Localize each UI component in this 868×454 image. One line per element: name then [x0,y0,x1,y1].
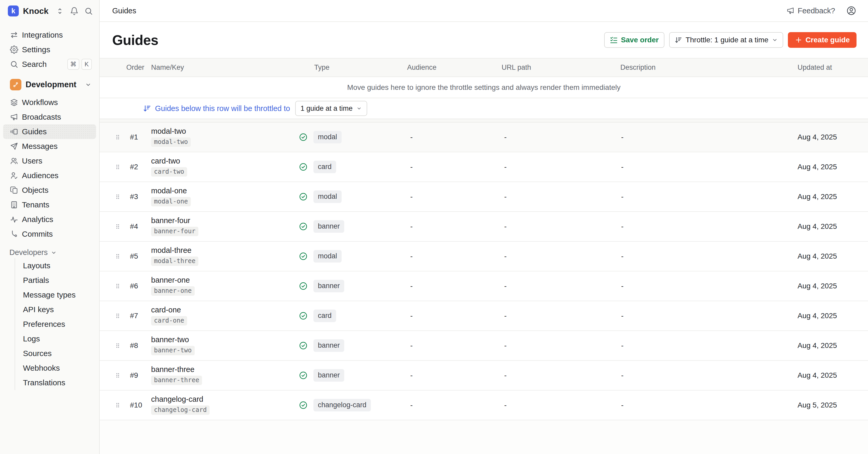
guide-row[interactable]: #10 changelog-card changelog-card change… [100,391,868,420]
sidebar-item-sources[interactable]: Sources [16,346,99,361]
sidebar-item-label: Search [22,60,47,69]
sidebar-item-guides[interactable]: Guides [3,124,96,139]
guide-name[interactable]: modal-one [151,187,296,195]
search-icon[interactable] [84,7,93,16]
sidebar-item-message-types[interactable]: Message types [16,288,99,302]
user-check-icon [10,171,18,180]
sort-descending-icon [674,36,682,44]
paper-plane-icon [10,142,18,150]
sidebar-item-audiences[interactable]: Audiences [3,168,96,183]
drag-handle-icon[interactable] [112,372,125,379]
guide-name[interactable]: changelog-card [151,396,296,403]
guide-name[interactable]: banner-one [151,276,296,284]
guide-row[interactable]: #1 modal-two modal-two modal - - - Aug 4… [100,122,868,152]
guide-row[interactable]: #9 banner-three banner-three banner - - … [100,361,868,391]
developers-section-toggle[interactable]: Developers [9,248,96,257]
environment-switcher[interactable]: Development [3,76,96,93]
guide-updated-at: Aug 4, 2025 [791,252,868,260]
sidebar-item-commits[interactable]: Commits [3,227,96,242]
guide-updated-at: Aug 4, 2025 [791,133,868,141]
sidebar-item-broadcasts[interactable]: Broadcasts [3,110,96,124]
sidebar-item-webhooks[interactable]: Webhooks [16,361,99,375]
save-order-label: Save order [621,36,659,44]
guide-row[interactable]: #8 banner-two banner-two banner - - - Au… [100,331,868,361]
column-header-order: Order [125,63,146,72]
page-title: Guides [112,32,158,48]
save-order-button[interactable]: Save order [604,32,664,48]
guide-row[interactable]: #7 card-one card-one card - - - Aug 4, 2… [100,301,868,331]
sidebar-item-workflows[interactable]: Workflows [3,95,96,110]
commit-icon [10,230,18,238]
throttle-value-select[interactable]: 1 guide at a time [295,101,367,116]
unthrottled-drop-zone[interactable]: Move guides here to ignore the throttle … [100,77,868,98]
guide-updated-at: Aug 4, 2025 [791,312,868,320]
guide-name[interactable]: banner-three [151,366,296,373]
drag-handle-icon[interactable] [112,312,125,319]
drag-handle-icon[interactable] [112,223,125,230]
drag-handle-icon[interactable] [112,193,125,200]
guide-audience: - [402,252,494,260]
guide-type-badge: modal [313,250,342,262]
drag-handle-icon[interactable] [112,342,125,349]
chevron-down-icon [772,37,778,43]
guide-name[interactable]: banner-two [151,336,296,343]
guide-row[interactable]: #5 modal-three modal-three modal - - - A… [100,242,868,272]
sidebar-item-logs[interactable]: Logs [16,332,99,346]
sidebar-item-analytics[interactable]: Analytics [3,212,96,227]
drag-handle-icon[interactable] [112,134,125,141]
guide-panel-icon [10,127,18,136]
building-icon [10,201,18,209]
bell-icon[interactable] [70,7,79,16]
feedback-button[interactable]: Feedback? [786,6,835,15]
drag-handle-icon[interactable] [112,283,125,289]
drag-handle-icon[interactable] [112,402,125,408]
sidebar-item-settings[interactable]: Settings [3,42,96,57]
guide-key-badge: card-two [151,167,187,177]
guide-description: - [611,252,791,260]
sidebar-item-layouts[interactable]: Layouts [16,258,99,273]
sidebar-item-label: Users [22,157,42,165]
guide-row[interactable]: #3 modal-one modal-one modal - - - Aug 4… [100,182,868,212]
guide-type-badge: modal [313,191,342,203]
guide-key-badge: banner-three [151,376,202,385]
create-guide-button[interactable]: Create guide [788,32,857,48]
feedback-label: Feedback? [798,6,835,15]
status-check-icon [296,311,311,320]
table-body: #1 modal-two modal-two modal - - - Aug 4… [100,122,868,420]
status-check-icon [296,192,311,201]
sidebar-item-messages[interactable]: Messages [3,139,96,153]
sidebar-item-api-keys[interactable]: API keys [16,302,99,317]
chevron-down-icon [85,81,92,88]
guide-order: #9 [125,371,146,379]
guide-name[interactable]: banner-four [151,217,296,224]
workspace-switcher-icon[interactable] [56,7,64,16]
guide-audience: - [402,401,494,409]
guide-row[interactable]: #2 card-two card-two card - - - Aug 4, 2… [100,152,868,182]
guide-name[interactable]: card-two [151,157,296,165]
account-menu-button[interactable] [846,5,857,16]
guide-type-badge: banner [313,339,344,352]
guide-row[interactable]: #4 banner-four banner-four banner - - - … [100,212,868,242]
guide-name[interactable]: card-one [151,306,296,314]
guide-audience: - [402,341,494,350]
sidebar-item-partials[interactable]: Partials [16,273,99,288]
breadcrumb: Guides [112,6,136,15]
guide-audience: - [402,193,494,201]
guide-row[interactable]: #6 banner-one banner-one banner - - - Au… [100,272,868,301]
sidebar-item-search[interactable]: Search ⌘ K [3,57,96,72]
sidebar-item-objects[interactable]: Objects [3,183,96,197]
drag-handle-icon[interactable] [112,253,125,260]
sidebar-item-translations[interactable]: Translations [16,375,99,390]
sidebar-item-preferences[interactable]: Preferences [16,317,99,332]
drag-handle-icon[interactable] [112,164,125,170]
throttle-dropdown-button[interactable]: Throttle: 1 guide at a time [669,32,783,48]
sidebar-item-label: Workflows [22,98,58,107]
users-icon [10,157,18,165]
sidebar-item-tenants[interactable]: Tenants [3,197,96,212]
guide-name[interactable]: modal-three [151,247,296,254]
sidebar-item-integrations[interactable]: Integrations [3,28,96,42]
guide-updated-at: Aug 4, 2025 [791,282,868,290]
guide-audience: - [402,312,494,320]
guide-name[interactable]: modal-two [151,127,296,135]
sidebar-item-users[interactable]: Users [3,153,96,168]
